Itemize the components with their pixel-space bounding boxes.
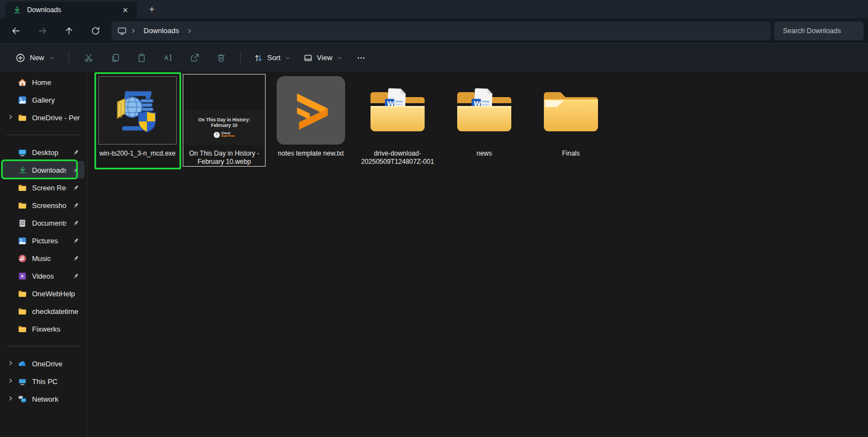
sort-button-label: Sort	[267, 54, 280, 62]
pin-icon	[71, 218, 80, 227]
forward-button[interactable]	[30, 22, 55, 40]
sidebar-item-pictures[interactable]: Pictures	[2, 232, 84, 249]
cut-button[interactable]	[76, 48, 101, 68]
files-area[interactable]: win-ts200-1_3-n_mcd.exeOn This Day in Hi…	[87, 72, 868, 437]
checkdatetime-logo: CheckDateTime	[214, 132, 235, 138]
rename-icon	[163, 52, 173, 63]
sidebar-item-downloads[interactable]: Downloads	[2, 161, 84, 179]
sidebar-item-network[interactable]: Network	[2, 390, 84, 408]
folder-icon	[18, 289, 27, 299]
back-button[interactable]	[3, 22, 29, 40]
exe-thumbnail-frame	[98, 76, 177, 145]
sidebar-item-onedrive-persona[interactable]: OneDrive - Persona	[2, 109, 84, 126]
file-tile-notes-template-new-txt[interactable]: notes template new.txt	[270, 74, 352, 158]
file-name-label: Finals	[530, 150, 612, 158]
plus-circle-icon	[15, 53, 25, 63]
thumbnail-text: On This Day in History:	[198, 117, 250, 122]
sidebar-item-this-pc[interactable]: This PC	[2, 372, 84, 390]
sort-icon	[253, 53, 263, 63]
sidebar-item-label: OneDrive	[32, 360, 80, 368]
sidebar-item-videos[interactable]: Videos	[2, 267, 84, 285]
folder-with-doc-icon: W	[367, 85, 428, 136]
up-icon	[64, 26, 74, 36]
close-icon[interactable]: ✕	[118, 4, 133, 16]
sidebar-item-onedrive[interactable]: OneDrive	[2, 355, 84, 372]
winzip-installer-icon	[112, 85, 163, 136]
file-tile-finals[interactable]: Finals	[530, 74, 612, 158]
chevron-right-icon[interactable]	[7, 377, 14, 385]
file-tile-news[interactable]: Wnews	[443, 74, 525, 158]
sidebar-item-onewebhelp[interactable]: OneWebHelp	[2, 285, 84, 302]
pin-icon	[71, 183, 80, 192]
pin-icon	[71, 148, 80, 157]
up-button[interactable]	[56, 22, 82, 40]
share-button[interactable]	[182, 48, 207, 68]
sidebar-item-home[interactable]: Home	[2, 73, 84, 91]
file-name-label: drive-download-20250509T124807Z-001	[357, 150, 438, 166]
sidebar-item-fixwerks[interactable]: Fixwerks	[2, 320, 84, 338]
search-input[interactable]	[774, 22, 864, 40]
pin-icon	[71, 166, 80, 174]
downloads-icon	[18, 166, 27, 175]
toolbar-divider	[68, 51, 69, 65]
file-tile-drive-download-20250509t124807z-001[interactable]: Wdrive-download-20250509T124807Z-001	[357, 74, 438, 166]
sidebar-item-label: Gallery	[32, 96, 80, 104]
thumbnail-text: February 10	[211, 122, 237, 128]
network-icon	[18, 395, 27, 404]
file-tile-on-this-day-in-history-february-10-webp[interactable]: On This Day in History:February 10CheckD…	[183, 74, 265, 166]
sidebar-item-music[interactable]: Music	[2, 249, 84, 267]
downloads-icon	[13, 6, 22, 14]
sidebar-item-label: OneWebHelp	[32, 290, 80, 298]
sidebar-item-checkdatetime[interactable]: checkdatetime	[2, 302, 84, 320]
sidebar-item-label: Network	[32, 395, 80, 403]
navigation-bar: Downloads	[0, 18, 868, 43]
sidebar-item-label: checkdatetime	[32, 307, 80, 316]
pin-icon	[71, 254, 80, 263]
see-more-button[interactable]	[349, 48, 373, 68]
folder-icon	[18, 307, 27, 316]
address-bar[interactable]: Downloads	[112, 22, 771, 40]
file-name-label: notes template new.txt	[270, 150, 352, 158]
file-name-label: On This Day in History - February 10.web…	[183, 150, 265, 166]
chevron-down-icon	[336, 55, 343, 61]
file-name-label: win-ts200-1_3-n_mcd.exe	[97, 150, 178, 158]
pin-icon	[71, 201, 80, 210]
folder-icon	[18, 113, 27, 122]
rename-button[interactable]	[155, 48, 181, 68]
sidebar-item-desktop[interactable]: Desktop	[2, 143, 84, 161]
view-button[interactable]: View	[297, 48, 349, 68]
sort-button[interactable]: Sort	[247, 48, 297, 68]
forward-icon	[38, 26, 47, 36]
folder-large-icon	[541, 85, 601, 136]
chevron-down-icon	[284, 55, 291, 61]
paste-button[interactable]	[129, 48, 154, 68]
file-tile-win-ts200-1-3-n-mcd-exe[interactable]: win-ts200-1_3-n_mcd.exe	[97, 74, 178, 158]
chevron-right-icon[interactable]	[7, 395, 14, 402]
sidebar-item-screenshots[interactable]: Screenshots	[2, 196, 84, 214]
delete-button[interactable]	[208, 48, 234, 68]
tab-bar: Downloads ✕ +	[0, 0, 868, 18]
sidebar-item-gallery[interactable]: Gallery	[2, 91, 84, 109]
pin-icon	[71, 236, 80, 245]
breadcrumb-segment-downloads[interactable]: Downloads	[139, 25, 183, 36]
sidebar-item-documents[interactable]: Documents	[2, 214, 84, 232]
new-tab-button[interactable]: +	[144, 3, 160, 16]
chevron-right-icon	[186, 27, 193, 35]
new-button[interactable]: New	[9, 48, 62, 68]
explorer-body: HomeGalleryOneDrive - PersonaDesktopDown…	[0, 72, 868, 437]
folder-icon	[18, 324, 27, 334]
folder-with-doc-icon: W	[454, 85, 515, 136]
file-name-label: news	[443, 150, 525, 158]
chevron-right-icon[interactable]	[7, 359, 14, 367]
sidebar-item-label: Music	[32, 254, 66, 263]
toolbar-actions	[76, 48, 234, 68]
chevron-right-icon[interactable]	[7, 113, 14, 121]
navigation-pane: HomeGalleryOneDrive - PersonaDesktopDown…	[0, 72, 87, 437]
sidebar-item-screen-recordin[interactable]: Screen Recordin	[2, 179, 84, 196]
tab-downloads[interactable]: Downloads ✕	[6, 2, 137, 18]
refresh-button[interactable]	[83, 22, 108, 40]
sublime-thumbnail-tile	[277, 76, 345, 145]
new-button-label: New	[30, 54, 44, 62]
copy-button[interactable]	[102, 48, 128, 68]
pin-icon	[71, 271, 80, 280]
